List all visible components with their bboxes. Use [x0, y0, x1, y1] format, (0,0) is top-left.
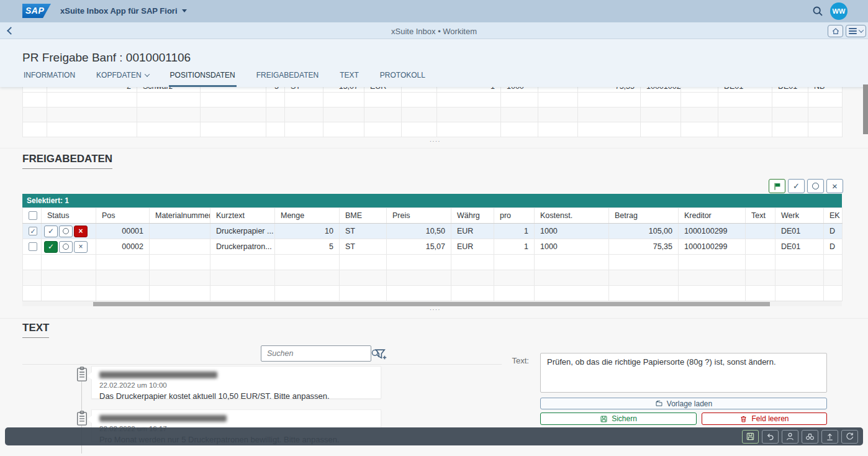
app-title-menu[interactable]: xSuite Inbox App für SAP Fiori	[60, 6, 187, 16]
workitem-title: xSuite Inbox • Workitem	[0, 27, 868, 36]
column-header[interactable]: Betrag	[609, 208, 679, 224]
column-header[interactable]: Preis	[387, 208, 451, 224]
table-cell: 10,50	[387, 224, 451, 239]
tab-information[interactable]: INFORMATION	[22, 71, 76, 87]
table-cell	[578, 122, 641, 137]
search-input[interactable]	[261, 349, 371, 358]
table-cell: DE01	[775, 239, 824, 255]
tab-kopfdaten[interactable]: KOPFDATEN	[95, 71, 150, 87]
column-header[interactable]: Kurztext	[210, 208, 275, 224]
table-cell	[150, 239, 210, 255]
tab-protokoll[interactable]: PROTOKOLL	[379, 71, 427, 87]
close-icon: ×	[832, 181, 838, 191]
horizontal-scrollbar[interactable]	[22, 301, 842, 306]
column-header[interactable]: Kreditor	[679, 208, 746, 224]
status-approve-button[interactable]: ✓	[44, 241, 58, 253]
table-cell	[96, 255, 150, 270]
table-cell	[23, 87, 47, 92]
column-header[interactable]: Werk	[775, 208, 824, 224]
table-cell: 00001	[96, 224, 150, 239]
table-cell	[23, 255, 42, 270]
tab-text[interactable]: TEXT	[338, 71, 360, 87]
table-cell	[437, 92, 501, 107]
table-cell: Druckerpatron...	[210, 239, 275, 255]
table-cell	[501, 92, 538, 107]
table-cell: 15,07	[387, 239, 451, 255]
table-cell	[718, 92, 772, 107]
table-cell: NB	[808, 87, 843, 92]
table-cell	[42, 270, 96, 286]
release-actions-toolbar: ✓ ×	[769, 179, 843, 193]
section-divider	[0, 318, 868, 319]
table-cell	[42, 286, 96, 301]
vertical-scrollbar-thumb[interactable]	[863, 84, 868, 134]
clear-field-button[interactable]: Feld leeren	[702, 413, 827, 425]
column-header[interactable]: Materialnummer	[150, 208, 210, 224]
footer-upload-button[interactable]	[821, 430, 838, 444]
table-cell: DE01	[718, 87, 772, 92]
table-cell	[47, 122, 137, 137]
status-undecided-button[interactable]	[59, 226, 73, 237]
table-cell	[137, 107, 201, 122]
table-resize-grip[interactable]: ∙∙∙∙	[430, 306, 441, 312]
table-row[interactable]: ✓×00002Druckerpatron...5ST15,07EUR110007…	[23, 239, 843, 255]
save-text-button[interactable]: Sichern	[540, 413, 697, 425]
check-icon: ✓	[793, 181, 800, 191]
table-row	[23, 107, 843, 122]
table-cell: EUR	[364, 87, 402, 92]
select-all-checkbox[interactable]	[29, 211, 37, 220]
column-header[interactable]: Pos	[96, 208, 150, 224]
table-cell	[23, 286, 42, 301]
column-header[interactable]: BME	[340, 208, 387, 224]
approve-all-button[interactable]: ✓	[788, 179, 805, 193]
avatar[interactable]: WW	[830, 2, 848, 20]
footer-search-button[interactable]	[802, 430, 818, 444]
table-cell	[494, 255, 535, 270]
table-cell	[323, 122, 364, 137]
load-template-button[interactable]: Vorlage laden	[540, 398, 827, 409]
table-cell	[824, 286, 843, 301]
undecided-all-button[interactable]	[807, 179, 824, 193]
table-cell	[681, 87, 718, 92]
column-header[interactable]: Text	[746, 208, 775, 224]
footer-user-button[interactable]	[782, 430, 798, 444]
reject-all-button[interactable]: ×	[826, 179, 843, 193]
column-header[interactable]: EK	[824, 208, 843, 224]
home-icon	[831, 27, 840, 35]
tab-positionsdaten[interactable]: POSITIONSDATEN	[169, 71, 237, 87]
footer-refresh-button[interactable]	[841, 430, 858, 444]
table-cell	[340, 255, 387, 270]
column-header[interactable]: pro	[494, 208, 535, 224]
table-cell	[535, 255, 609, 270]
table-cell	[23, 92, 47, 107]
column-header[interactable]: Währg	[451, 208, 494, 224]
search-icon[interactable]	[812, 6, 823, 17]
menu-button[interactable]	[846, 25, 866, 37]
row-checkbox[interactable]	[29, 242, 37, 251]
filter-button[interactable]	[374, 347, 387, 361]
tab-freigabedaten[interactable]: FREIGABEDATEN	[255, 71, 320, 87]
horizontal-scrollbar-thumb[interactable]	[93, 302, 770, 306]
table-cell: 1000100299	[679, 224, 746, 239]
column-header[interactable]: Status	[42, 208, 96, 224]
text-field[interactable]: Prüfen, ob das die richtige Papiersorte …	[540, 353, 827, 393]
table-cell	[387, 286, 451, 301]
comment-item[interactable]: 22.02.2022 um 10:00 Das Druckerpapier ko…	[91, 366, 381, 399]
footer-save-button[interactable]	[742, 430, 759, 444]
column-header[interactable]: Menge	[275, 208, 340, 224]
status-reject-button[interactable]: ×	[74, 226, 88, 237]
footer-undo-button[interactable]	[762, 430, 779, 444]
set-flag-button[interactable]	[769, 179, 785, 193]
table-cell	[641, 92, 681, 107]
home-button[interactable]	[828, 25, 843, 37]
status-undecided-button[interactable]	[59, 241, 73, 253]
row-checkbox[interactable]: ✓	[29, 227, 37, 235]
table-cell	[323, 92, 364, 107]
table-row[interactable]: ✓✓×00001Druckerpapier ...10ST10,50EUR110…	[23, 224, 843, 239]
status-reject-button[interactable]: ×	[74, 241, 88, 253]
table-resize-grip[interactable]: ∙∙∙∙	[430, 138, 441, 144]
table-cell: 5	[275, 239, 340, 255]
column-header[interactable]: Kostenst.	[535, 208, 609, 224]
table-cell: 10	[275, 224, 340, 239]
status-approve-button[interactable]: ✓	[44, 226, 58, 237]
